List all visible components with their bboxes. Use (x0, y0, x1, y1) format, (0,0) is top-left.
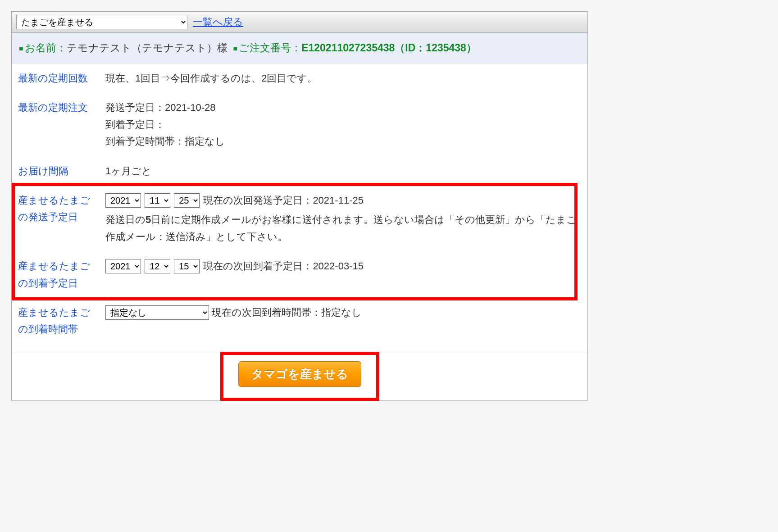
egg-timezone-value: 指定なし 現在の次回到着時間帯：指定なし (102, 298, 587, 344)
table-row: 最新の定期注文 発送予定日：2021-10-28 到着予定日： 到着予定時間帯：… (12, 93, 587, 156)
timezone-select[interactable]: 指定なし (105, 305, 209, 320)
cycle-count-value: 現在、1回目⇒今回作成するのは、2回目です。 (102, 64, 587, 93)
arrive-month-select[interactable]: 12 (145, 259, 170, 273)
square-marker-icon: ■ (19, 45, 23, 52)
arrive-day-select[interactable]: 15 (174, 259, 200, 273)
table-row: 産ませるたまごの発送予定日 2021 11 25 現在の次回発送予定日：2021… (12, 186, 587, 251)
table-row: お届け間隔 1ヶ月ごと (12, 156, 587, 186)
action-select[interactable]: たまごを産ませる (16, 15, 187, 29)
back-to-list-link[interactable]: 一覧へ戻る (193, 15, 243, 29)
table-row: 産ませるたまごの到着予定日 2021 12 15 現在の次回到着予定日：2022… (12, 251, 587, 298)
customer-name-value: テモナテスト（テモナテスト）様 (67, 42, 227, 54)
latest-order-value: 発送予定日：2021-10-28 到着予定日： 到着予定時間帯：指定なし (102, 93, 587, 156)
egg-ship-date-label: 産ませるたまごの発送予定日 (12, 186, 102, 251)
ship-month-select[interactable]: 11 (145, 193, 170, 208)
customer-info-bar: ■お名前：テモナテスト（テモナテスト）様 ■ご注文番号：E12021102723… (12, 33, 587, 64)
main-panel: たまごを産ませる 一覧へ戻る ■お名前：テモナテスト（テモナテスト）様 ■ご注文… (11, 11, 588, 401)
panel-header: たまごを産ませる 一覧へ戻る (12, 12, 587, 33)
ship-date-note: 発送日の5日前に定期作成メールがお客様に送付されます。送らない場合は「その他更新… (105, 211, 582, 245)
square-marker-icon: ■ (233, 45, 237, 52)
order-number-label: ご注文番号： (239, 42, 301, 54)
info-table: 最新の定期回数 現在、1回目⇒今回作成するのは、2回目です。 最新の定期注文 発… (12, 64, 587, 344)
egg-arrive-date-value: 2021 12 15 現在の次回到着予定日：2022-03-15 (102, 251, 587, 298)
lay-egg-button[interactable]: タマゴを産ませる (238, 361, 361, 387)
latest-order-label: 最新の定期注文 (12, 93, 102, 156)
cycle-count-label: 最新の定期回数 (12, 64, 102, 93)
interval-label: お届け間隔 (12, 156, 102, 186)
footer-bar: タマゴを産ませる (12, 353, 587, 400)
order-number-value: E120211027235438 (301, 42, 395, 54)
egg-timezone-label: 産ませるたまごの到着時間帯 (12, 298, 102, 344)
interval-value: 1ヶ月ごと (102, 156, 587, 186)
table-row: 最新の定期回数 現在、1回目⇒今回作成するのは、2回目です。 (12, 64, 587, 93)
customer-name-label: お名前： (25, 42, 67, 54)
order-id-suffix: （ID：1235438） (395, 42, 477, 54)
table-row: 産ませるたまごの到着時間帯 指定なし 現在の次回到着時間帯：指定なし (12, 298, 587, 344)
panel-body: ■お名前：テモナテスト（テモナテスト）様 ■ご注文番号：E12021102723… (12, 33, 587, 353)
egg-arrive-date-label: 産ませるたまごの到着予定日 (12, 251, 102, 298)
ship-year-select[interactable]: 2021 (105, 193, 141, 208)
arrive-year-select[interactable]: 2021 (105, 259, 141, 273)
egg-ship-date-value: 2021 11 25 現在の次回発送予定日：2021-11-25 発送日の5日前… (102, 186, 587, 251)
scroll-area[interactable]: ■お名前：テモナテスト（テモナテスト）様 ■ご注文番号：E12021102723… (12, 33, 587, 353)
ship-day-select[interactable]: 25 (174, 193, 200, 208)
